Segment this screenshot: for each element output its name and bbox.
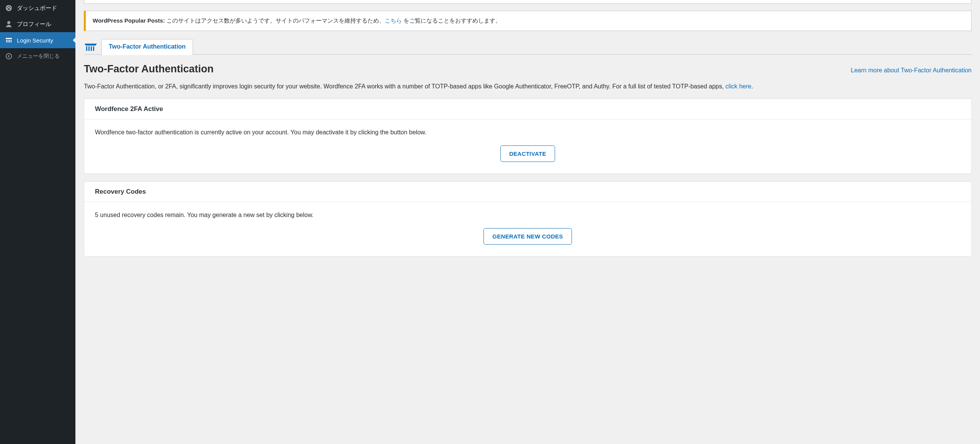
card-recovery-title: Recovery Codes xyxy=(84,182,971,202)
sidebar-item-dashboard[interactable]: ダッシュボード xyxy=(0,0,75,16)
tab-underline xyxy=(84,54,972,55)
main-content: WordPress Popular Posts: このサイトはアクセス数が多いよ… xyxy=(75,0,980,444)
card-2fa-active-body: Wordfence two-factor authentication is c… xyxy=(84,119,971,173)
deactivate-button[interactable]: DEACTIVATE xyxy=(500,145,555,162)
card-recovery-text: 5 unused recovery codes remain. You may … xyxy=(95,211,960,220)
tab-label: Two-Factor Authentication xyxy=(109,43,186,50)
wordfence-icon xyxy=(5,36,13,44)
tab-strip: Two-Factor Authentication xyxy=(84,39,972,55)
notice-body-before: このサイトはアクセス数が多いようです。サイトのパフォーマンスを維持するため、 xyxy=(165,17,385,24)
notice-prefix: WordPress Popular Posts: xyxy=(93,17,165,24)
cropped-notice-edge xyxy=(84,0,972,4)
intro-paragraph: Two-Factor Authentication, or 2FA, signi… xyxy=(84,82,972,91)
admin-sidebar: ダッシュボード プロフィール Login Security メニューを閉じる xyxy=(0,0,75,444)
sidebar-item-login-security[interactable]: Login Security xyxy=(0,32,75,48)
svg-point-0 xyxy=(6,54,11,59)
sidebar-item-label: Login Security xyxy=(17,37,53,44)
sidebar-item-label: メニューを閉じる xyxy=(17,53,60,60)
card-2fa-active-title: Wordfence 2FA Active xyxy=(84,99,971,119)
sidebar-item-label: プロフィール xyxy=(17,21,51,28)
notice-link[interactable]: こちら xyxy=(385,17,402,24)
wordfence-logo-icon xyxy=(84,41,98,52)
sidebar-collapse[interactable]: メニューを閉じる xyxy=(0,48,75,64)
card-recovery-body: 5 unused recovery codes remain. You may … xyxy=(84,202,971,256)
collapse-icon xyxy=(5,52,13,60)
card-2fa-active: Wordfence 2FA Active Wordfence two-facto… xyxy=(84,99,972,174)
user-icon xyxy=(5,20,13,28)
intro-text-before: Two-Factor Authentication, or 2FA, signi… xyxy=(84,83,725,90)
intro-link[interactable]: click here xyxy=(725,83,751,90)
card-recovery-codes: Recovery Codes 5 unused recovery codes r… xyxy=(84,181,972,256)
generate-codes-button[interactable]: GENERATE NEW CODES xyxy=(483,228,572,245)
page-title: Two-Factor Authentication xyxy=(84,63,214,75)
learn-more-link[interactable]: Learn more about Two-Factor Authenticati… xyxy=(851,67,972,74)
sidebar-item-profile[interactable]: プロフィール xyxy=(0,16,75,32)
heading-row: Two-Factor Authentication Learn more abo… xyxy=(84,63,972,75)
notice-body-after: をご覧になることをおすすめします。 xyxy=(402,17,501,24)
dashboard-icon xyxy=(5,4,13,12)
intro-text-after: . xyxy=(751,83,753,90)
popular-posts-notice: WordPress Popular Posts: このサイトはアクセス数が多いよ… xyxy=(84,11,972,31)
card-2fa-active-text: Wordfence two-factor authentication is c… xyxy=(95,128,960,137)
sidebar-item-label: ダッシュボード xyxy=(17,5,57,12)
tab-two-factor[interactable]: Two-Factor Authentication xyxy=(101,39,193,55)
